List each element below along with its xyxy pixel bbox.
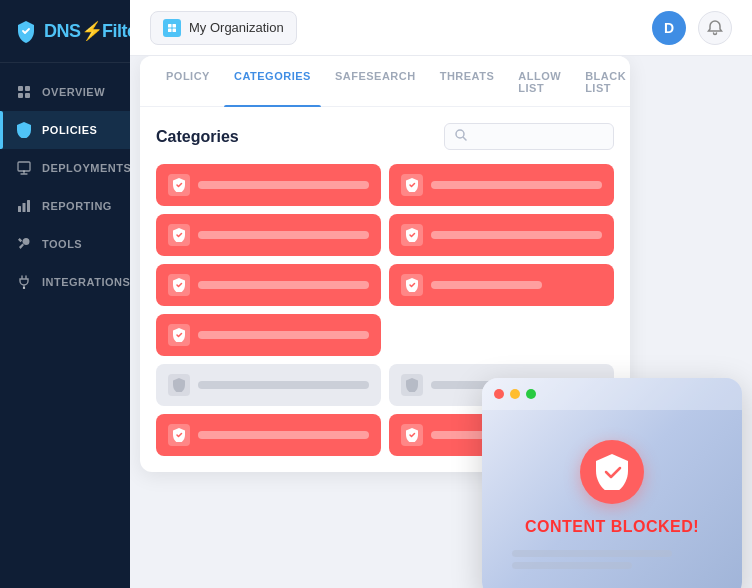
- sidebar-item-tools[interactable]: Tools: [0, 225, 130, 263]
- monitor-icon: [16, 160, 32, 176]
- shield-icon: [168, 274, 190, 296]
- category-item-5[interactable]: [156, 264, 381, 306]
- policy-tabs: Policy Categories SafeSearch Threats All…: [140, 56, 630, 107]
- search-input[interactable]: [473, 130, 603, 144]
- svg-rect-0: [18, 86, 23, 91]
- tab-blacklist[interactable]: Black List: [575, 56, 630, 106]
- card-body: CONTENT BLOCKED!: [482, 410, 742, 588]
- svg-rect-6: [23, 203, 26, 212]
- card-titlebar: [482, 378, 742, 410]
- category-item-2[interactable]: [389, 164, 614, 206]
- plug-icon: [16, 274, 32, 290]
- wrench-icon: [16, 236, 32, 252]
- shield-icon: [168, 324, 190, 346]
- category-bar: [431, 281, 542, 289]
- category-item-9[interactable]: [156, 364, 381, 406]
- blocked-bar-2: [512, 562, 632, 569]
- category-bar: [198, 231, 369, 239]
- category-search-box[interactable]: [444, 123, 614, 150]
- sidebar-item-reporting[interactable]: Reporting: [0, 187, 130, 225]
- shield-icon: [168, 224, 190, 246]
- sidebar-item-deployments-label: Deployments: [42, 162, 131, 174]
- sidebar-item-reporting-label: Reporting: [42, 200, 112, 212]
- tab-threats[interactable]: Threats: [430, 56, 505, 106]
- titlebar-dot-green: [526, 389, 536, 399]
- shield-icon: [168, 374, 190, 396]
- shield-icon: [16, 122, 32, 138]
- category-bar: [431, 181, 602, 189]
- org-name: My Organization: [189, 20, 284, 35]
- shield-icon: [401, 224, 423, 246]
- shield-icon: [401, 374, 423, 396]
- svg-rect-7: [27, 200, 30, 212]
- org-icon: [163, 19, 181, 37]
- sidebar-item-overview[interactable]: Overview: [0, 73, 130, 111]
- content-area: Policy Categories SafeSearch Threats All…: [130, 56, 752, 588]
- main-content: My Organization D Policy C: [130, 0, 752, 588]
- org-selector[interactable]: My Organization: [150, 11, 297, 45]
- sidebar-nav: Overview Policies Deployments: [0, 63, 130, 588]
- shield-icon: [401, 424, 423, 446]
- shield-icon: [401, 174, 423, 196]
- titlebar-dot-red: [494, 389, 504, 399]
- sidebar-item-tools-label: Tools: [42, 238, 82, 250]
- category-item-1[interactable]: [156, 164, 381, 206]
- svg-rect-1: [25, 86, 30, 91]
- category-bar: [431, 231, 602, 239]
- tab-allowlist[interactable]: Allow List: [508, 56, 571, 106]
- svg-rect-10: [173, 24, 177, 28]
- panel-title: Categories: [156, 128, 239, 146]
- bar-chart-icon: [16, 198, 32, 214]
- svg-point-13: [456, 130, 464, 138]
- category-bar: [198, 331, 369, 339]
- svg-rect-4: [18, 162, 30, 171]
- category-item-3[interactable]: [156, 214, 381, 256]
- blocked-shield-circle: [580, 440, 644, 504]
- category-bar: [198, 281, 369, 289]
- topbar: My Organization D: [130, 0, 752, 56]
- svg-rect-11: [168, 28, 172, 32]
- blocked-bar-1: [512, 550, 672, 557]
- shield-icon: [401, 274, 423, 296]
- category-bar: [198, 181, 369, 189]
- category-item-6[interactable]: [389, 264, 614, 306]
- svg-point-8: [24, 288, 25, 289]
- shield-icon: [168, 174, 190, 196]
- tab-policy[interactable]: Policy: [156, 56, 220, 106]
- blocked-bars: [492, 550, 732, 569]
- logo: DNS⚡Filter: [0, 0, 130, 63]
- sidebar-item-policies[interactable]: Policies: [0, 111, 130, 149]
- svg-rect-3: [25, 93, 30, 98]
- topbar-right: D: [652, 11, 732, 45]
- blocked-title: CONTENT BLOCKED!: [525, 518, 699, 536]
- category-bar: [198, 381, 369, 389]
- shield-icon: [168, 424, 190, 446]
- sidebar: DNS⚡Filter Overview Policies: [0, 0, 130, 588]
- titlebar-dot-yellow: [510, 389, 520, 399]
- category-item-11[interactable]: [156, 414, 381, 456]
- logo-text: DNS⚡Filter: [44, 20, 143, 42]
- tab-safesearch[interactable]: SafeSearch: [325, 56, 426, 106]
- svg-rect-5: [18, 206, 21, 212]
- sidebar-item-integrations-label: Integrations: [42, 276, 130, 288]
- svg-rect-12: [173, 28, 177, 32]
- category-bar: [198, 431, 369, 439]
- search-icon: [455, 129, 467, 144]
- user-avatar[interactable]: D: [652, 11, 686, 45]
- logo-shield-icon: [14, 18, 38, 44]
- category-item-7[interactable]: [156, 314, 381, 356]
- grid-icon: [16, 84, 32, 100]
- sidebar-item-overview-label: Overview: [42, 86, 105, 98]
- category-item-4[interactable]: [389, 214, 614, 256]
- sidebar-item-deployments[interactable]: Deployments: [0, 149, 130, 187]
- blocked-card: CONTENT BLOCKED!: [482, 378, 742, 588]
- tab-categories[interactable]: Categories: [224, 56, 321, 106]
- svg-rect-2: [18, 93, 23, 98]
- sidebar-item-policies-label: Policies: [42, 124, 97, 136]
- panel-header: Categories: [156, 123, 614, 150]
- svg-rect-9: [168, 24, 172, 28]
- notifications-button[interactable]: [698, 11, 732, 45]
- sidebar-item-integrations[interactable]: Integrations: [0, 263, 130, 301]
